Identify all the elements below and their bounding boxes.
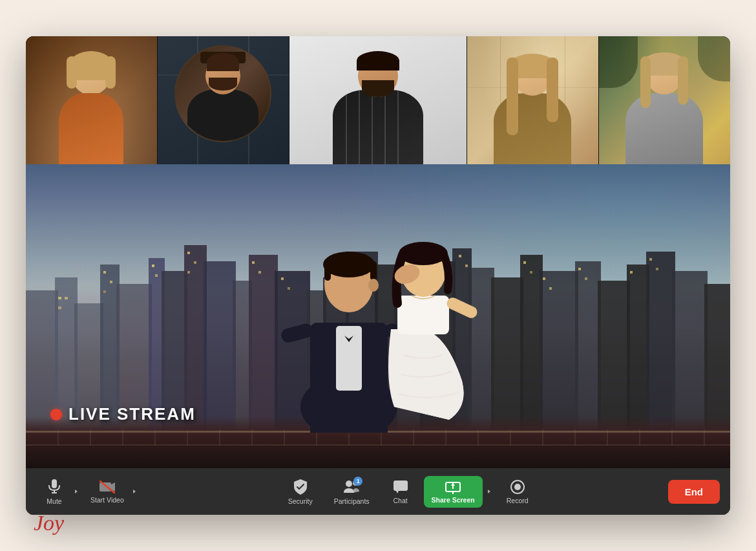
svg-rect-33 — [110, 281, 112, 283]
live-dot — [50, 409, 62, 420]
mute-label: Mute — [47, 497, 61, 505]
svg-rect-25 — [627, 265, 649, 433]
zoom-window: LIVE STREAM Mute — [26, 36, 730, 515]
record-button[interactable]: Record — [498, 475, 537, 508]
video-chevron[interactable] — [131, 486, 138, 497]
svg-marker-98 — [75, 490, 78, 493]
svg-rect-90 — [397, 296, 449, 334]
record-icon — [510, 479, 525, 495]
chat-label: Chat — [393, 497, 407, 504]
live-text: LIVE STREAM — [68, 404, 196, 424]
svg-rect-24 — [598, 281, 630, 433]
live-stream-badge: LIVE STREAM — [50, 404, 196, 424]
svg-rect-55 — [649, 258, 652, 261]
svg-rect-95 — [52, 479, 57, 488]
share-screen-label: Share Screen — [432, 496, 475, 504]
svg-rect-22 — [540, 271, 578, 433]
mute-button[interactable]: Mute — [36, 475, 72, 509]
thumbnail-3[interactable] — [289, 36, 467, 164]
svg-rect-23 — [575, 261, 601, 433]
participants-label: Participants — [334, 497, 370, 505]
shield-icon — [293, 479, 308, 495]
thumbnail-2[interactable] — [158, 36, 289, 164]
svg-rect-37 — [187, 252, 190, 254]
svg-rect-39 — [187, 271, 190, 274]
svg-line-101 — [100, 481, 114, 493]
video-call-container: LIVE STREAM Mute — [0, 0, 756, 551]
svg-rect-31 — [58, 307, 61, 309]
svg-rect-87 — [324, 261, 331, 281]
couple-art — [223, 164, 533, 433]
svg-point-103 — [346, 481, 352, 487]
toolbar-right: End — [668, 480, 720, 504]
chat-button[interactable]: Chat — [383, 475, 419, 508]
toolbar: Mute Start Video — [26, 468, 730, 515]
share-screen-chevron[interactable] — [485, 486, 493, 497]
svg-rect-27 — [672, 271, 708, 433]
main-video: LIVE STREAM — [26, 164, 730, 468]
security-button[interactable]: Security — [280, 475, 321, 509]
svg-rect-52 — [578, 268, 581, 270]
participants-count-badge: 1 — [353, 477, 362, 486]
participants-button[interactable]: 1 Participants — [326, 475, 377, 509]
svg-rect-80 — [336, 326, 362, 391]
microphone-icon — [47, 479, 62, 495]
camera-slash-icon — [99, 480, 116, 494]
svg-rect-28 — [704, 284, 730, 433]
svg-marker-102 — [133, 490, 136, 493]
svg-rect-53 — [585, 277, 587, 280]
end-button[interactable]: End — [668, 480, 720, 504]
start-video-label: Start Video — [90, 496, 124, 504]
svg-rect-35 — [152, 265, 154, 267]
svg-marker-106 — [396, 491, 399, 493]
thumbnail-1[interactable] — [26, 36, 158, 164]
svg-rect-82 — [280, 322, 315, 344]
svg-rect-38 — [194, 261, 196, 264]
svg-rect-29 — [58, 297, 61, 299]
chat-icon — [392, 479, 409, 495]
svg-rect-36 — [155, 274, 158, 277]
svg-rect-56 — [656, 268, 658, 270]
svg-point-89 — [368, 279, 379, 292]
svg-rect-32 — [103, 271, 106, 274]
toolbar-center: Security 1 Par — [149, 475, 668, 509]
svg-rect-54 — [630, 271, 633, 274]
security-label: Security — [288, 497, 313, 505]
svg-rect-51 — [549, 287, 552, 290]
share-screen-button[interactable]: Share Screen — [424, 476, 483, 508]
svg-rect-94 — [445, 296, 479, 319]
svg-rect-26 — [646, 252, 675, 433]
svg-rect-50 — [543, 277, 545, 280]
svg-point-114 — [514, 484, 521, 490]
svg-rect-34 — [103, 290, 106, 293]
thumbnail-4[interactable] — [467, 36, 599, 164]
svg-marker-112 — [488, 490, 490, 493]
thumbnail-5[interactable] — [599, 36, 730, 164]
svg-rect-30 — [65, 297, 68, 299]
start-video-button[interactable]: Start Video — [84, 476, 131, 508]
mute-chevron[interactable] — [72, 486, 80, 497]
joy-logo: Joy — [34, 511, 64, 535]
record-label: Record — [507, 497, 529, 504]
svg-rect-105 — [394, 481, 408, 491]
svg-rect-88 — [370, 261, 377, 281]
share-screen-icon — [445, 480, 461, 494]
thumbnails-row — [26, 36, 730, 164]
